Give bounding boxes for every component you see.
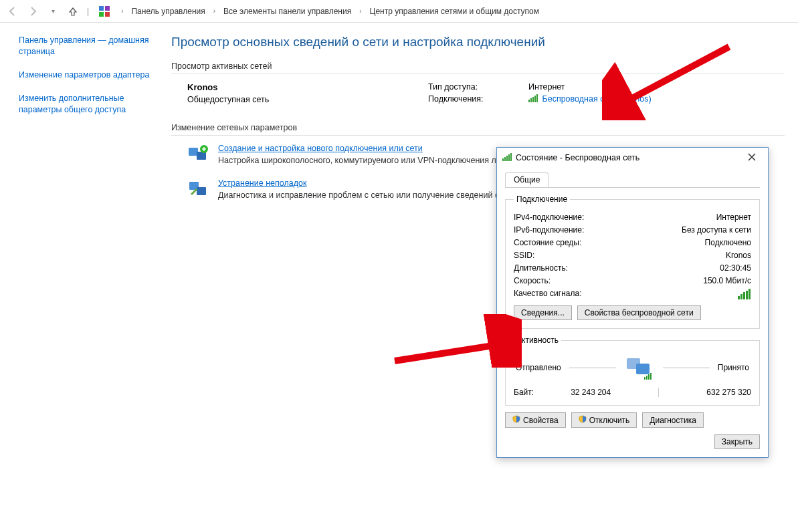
divider (171, 74, 785, 74)
svg-rect-14 (502, 158, 504, 161)
bytes-label: Байт: (514, 388, 534, 397)
shield-icon (579, 415, 587, 425)
breadcrumb-leaf[interactable]: Центр управления сетями и общим доступом (369, 5, 541, 17)
nav-recent-dropdown[interactable]: ▾ (44, 3, 62, 20)
svg-rect-0 (99, 6, 104, 11)
signal-quality-label: Качество сигнала: (514, 289, 581, 301)
svg-rect-3 (105, 12, 110, 17)
wifi-signal-icon (528, 94, 538, 104)
svg-rect-5 (530, 98, 532, 102)
svg-rect-28 (648, 374, 650, 380)
svg-rect-19 (738, 296, 740, 299)
breadcrumb-mid[interactable]: Все элементы панели управления (222, 5, 353, 17)
troubleshoot-icon (187, 178, 209, 200)
svg-rect-8 (536, 94, 538, 102)
svg-rect-13 (197, 187, 206, 195)
address-separator: | (84, 7, 92, 16)
dialog-title: Состояние - Беспроводная сеть (516, 153, 737, 162)
connection-group-label: Подключение (514, 194, 570, 204)
shield-icon (512, 415, 520, 425)
chevron-right-icon[interactable]: › (209, 7, 219, 15)
svg-rect-15 (504, 157, 506, 161)
active-network-block: Kronos Общедоступная сеть Тип доступа: И… (171, 82, 785, 107)
change-settings-label: Изменение сетевых параметров (171, 123, 785, 132)
troubleshoot-link[interactable]: Устранение неполадок (218, 178, 306, 188)
nav-forward-button[interactable] (24, 3, 41, 20)
svg-rect-22 (746, 291, 748, 299)
diagnostics-button[interactable]: Диагностика (642, 412, 704, 428)
bytes-received-value: 632 275 320 (706, 388, 751, 397)
svg-rect-4 (528, 100, 530, 102)
active-networks-label: Просмотр активных сетей (171, 61, 785, 71)
media-state-label: Состояние среды: (514, 238, 581, 247)
svg-rect-9 (189, 148, 198, 156)
address-bar: ▾ | › Панель управления › Все элементы п… (0, 0, 798, 23)
wireless-status-dialog: Состояние - Беспроводная сеть Общие Подк… (496, 147, 769, 458)
separator (658, 388, 659, 397)
speed-value: 150.0 Мбит/с (703, 276, 751, 285)
page-title: Просмотр основных сведений о сети и наст… (171, 35, 785, 49)
sidebar: Панель управления — домашняя страница Из… (0, 23, 166, 532)
control-panel-icon (98, 5, 110, 17)
bytes-sent-value: 32 243 204 (571, 388, 611, 397)
create-connection-link[interactable]: Создание и настройка нового подключения … (218, 144, 423, 153)
duration-value: 02:30:45 (720, 263, 751, 273)
chevron-right-icon[interactable]: › (355, 7, 365, 15)
sidebar-sharing-link[interactable]: Изменить дополнительные параметры общего… (19, 93, 157, 116)
sidebar-home-link[interactable]: Панель управления — домашняя страница (19, 35, 157, 57)
close-button[interactable] (741, 152, 763, 163)
tabstrip: Общие (505, 172, 760, 188)
svg-rect-2 (99, 12, 104, 17)
connection-group: Подключение IPv4-подключение:Интернет IP… (505, 194, 760, 329)
received-label: Принято (718, 363, 749, 372)
svg-rect-27 (646, 376, 647, 380)
dash (663, 368, 710, 368)
properties-button-label: Свойства (523, 416, 559, 425)
sidebar-adapter-link[interactable]: Изменение параметров адаптера (19, 70, 157, 81)
svg-rect-20 (740, 294, 742, 299)
nav-back-button[interactable] (4, 3, 21, 20)
access-type-label: Тип доступа: (428, 82, 502, 92)
svg-rect-18 (510, 153, 512, 161)
close-dialog-button[interactable]: Закрыть (714, 434, 760, 449)
ssid-label: SSID: (514, 251, 534, 260)
new-connection-icon (187, 144, 209, 165)
ssid-value: Kronos (726, 251, 751, 260)
ipv4-label: IPv4-подключение: (514, 213, 584, 222)
svg-rect-25 (636, 364, 650, 374)
svg-rect-16 (506, 156, 508, 161)
disable-button-label: Отключить (589, 416, 630, 425)
network-profile: Общедоступная сеть (187, 95, 388, 104)
svg-rect-23 (749, 289, 751, 299)
chevron-right-icon[interactable]: › (117, 7, 127, 15)
wifi-signal-icon (502, 153, 512, 163)
svg-rect-21 (743, 292, 745, 299)
network-activity-icon (624, 354, 655, 381)
dash (569, 368, 616, 368)
details-button[interactable]: Сведения... (514, 305, 572, 320)
sent-label: Отправлено (516, 363, 561, 372)
svg-rect-17 (508, 154, 510, 161)
activity-group: Активность Отправлено Принято (505, 336, 760, 406)
ipv4-value: Интернет (716, 213, 751, 222)
ipv6-label: IPv6-подключение: (514, 225, 584, 235)
svg-rect-6 (532, 97, 534, 102)
nav-up-button[interactable] (64, 3, 82, 20)
access-type-value: Интернет (528, 82, 565, 92)
svg-rect-26 (644, 377, 645, 380)
svg-rect-1 (105, 6, 110, 11)
activity-group-label: Активность (514, 336, 561, 345)
connection-link[interactable]: Беспроводная сеть (Kronos) (542, 94, 651, 104)
tab-general[interactable]: Общие (505, 172, 548, 187)
divider (171, 135, 785, 136)
breadcrumb-root[interactable]: Панель управления (130, 5, 206, 17)
dialog-titlebar[interactable]: Состояние - Беспроводная сеть (497, 148, 768, 168)
ipv6-value: Без доступа к сети (682, 225, 751, 235)
connections-label: Подключения: (428, 94, 502, 104)
disable-button[interactable]: Отключить (571, 412, 637, 428)
wireless-properties-button[interactable]: Свойства беспроводной сети (577, 305, 701, 320)
network-name: Kronos (187, 82, 388, 92)
signal-quality-icon (738, 289, 751, 301)
properties-button[interactable]: Свойства (505, 412, 566, 428)
speed-label: Скорость: (514, 276, 551, 285)
